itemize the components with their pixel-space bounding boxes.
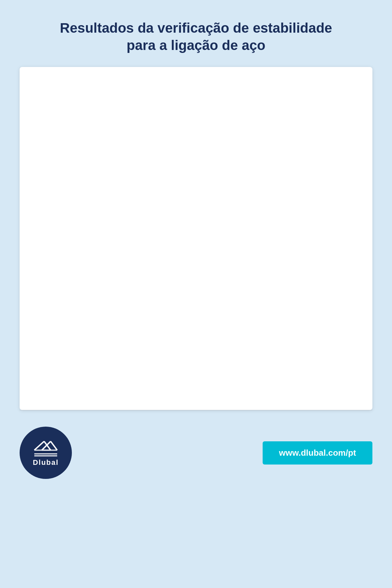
svg-line-6 (51, 441, 57, 450)
bottom-section: Dlubal www.dlubal.com/pt (0, 410, 392, 498)
logo-symbol-svg (33, 439, 59, 453)
logo-text: Dlubal (33, 458, 58, 467)
main-card: Navigator - Results × Static Analysis ◀ … (20, 67, 372, 410)
website-link[interactable]: www.dlubal.com/pt (263, 441, 372, 465)
page-title: Resultados da verificação de estabilidad… (0, 0, 392, 67)
dlubal-logo: Dlubal (20, 427, 72, 479)
